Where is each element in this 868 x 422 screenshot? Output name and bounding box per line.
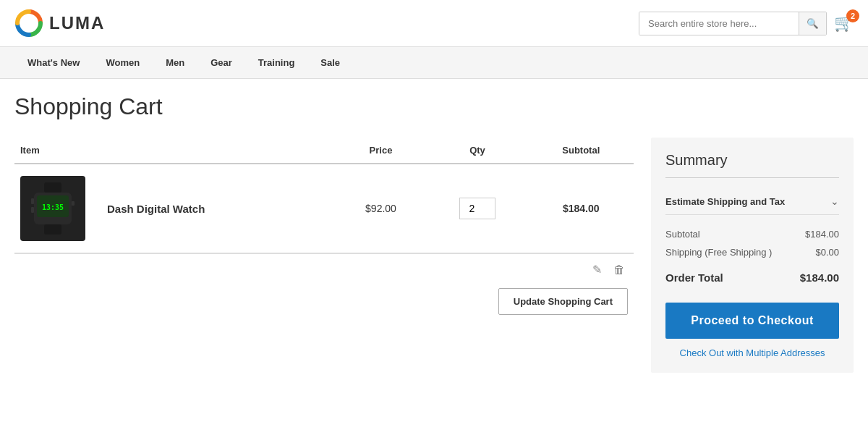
qty-input[interactable]	[459, 198, 495, 219]
svg-text:13:35: 13:35	[42, 203, 64, 211]
search-input[interactable]	[639, 12, 799, 35]
cart-main: Item Price Qty Subtotal	[14, 138, 634, 373]
chevron-down-icon: ⌄	[830, 195, 839, 207]
nav-item-gear[interactable]: Gear	[197, 47, 245, 78]
multi-address-link[interactable]: Check Out with Multiple Addresses	[665, 347, 839, 358]
product-image-cell: 13:35	[14, 164, 101, 253]
product-name: Dash Digital Watch	[107, 203, 205, 215]
shipping-label: Shipping (Free Shipping )	[665, 247, 772, 258]
update-cart-button[interactable]: Update Shopping Cart	[498, 288, 628, 315]
cart-badge: 2	[846, 9, 859, 22]
svg-rect-6	[31, 198, 34, 204]
page-title: Shopping Cart	[14, 93, 854, 120]
nav-item-men[interactable]: Men	[153, 47, 197, 78]
cart-table: Item Price Qty Subtotal	[14, 138, 634, 253]
shipping-estimate-label: Estimate Shipping and Tax	[665, 196, 785, 207]
product-subtotal: $184.00	[563, 203, 600, 214]
cart-layout: Item Price Qty Subtotal	[14, 138, 854, 373]
search-icon: 🔍	[807, 18, 819, 29]
product-image: 13:35	[20, 176, 85, 241]
col-header-item: Item	[14, 138, 336, 164]
summary-shipping-row: Shipping (Free Shipping ) $0.00	[665, 243, 839, 261]
logo-text: LUMA	[49, 13, 105, 33]
nav-item-whats-new[interactable]: What's New	[14, 47, 93, 78]
summary-panel: Summary Estimate Shipping and Tax ⌄ Subt…	[651, 138, 854, 373]
main-nav: What's New Women Men Gear Training Sale	[0, 47, 868, 79]
shipping-estimate-toggle[interactable]: Estimate Shipping and Tax ⌄	[665, 188, 839, 215]
col-header-price: Price	[336, 138, 427, 164]
luma-logo-icon	[14, 9, 43, 38]
cart-icon-wrap[interactable]: 🛒 2	[834, 14, 854, 33]
table-row: 13:35 Dash Digital Watch	[14, 164, 634, 253]
col-header-subtotal: Subtotal	[529, 138, 634, 164]
subtotal-label: Subtotal	[665, 229, 700, 240]
shipping-value: $0.00	[815, 247, 839, 258]
trash-icon: 🗑	[613, 263, 625, 276]
summary-title: Summary	[665, 152, 839, 169]
table-actions-row: ✎ 🗑	[14, 253, 634, 279]
page-content: Shopping Cart Item Price Qty Subtotal	[0, 79, 868, 402]
nav-item-sale[interactable]: Sale	[307, 47, 353, 78]
svg-rect-8	[72, 201, 75, 206]
product-subtotal-cell: $184.00	[529, 164, 634, 253]
svg-rect-2	[44, 224, 61, 235]
svg-rect-7	[31, 207, 34, 213]
search-button[interactable]: 🔍	[799, 12, 826, 35]
watch-svg: 13:35	[24, 180, 82, 237]
summary-subtotal-row: Subtotal $184.00	[665, 225, 839, 243]
cart-summary: Summary Estimate Shipping and Tax ⌄ Subt…	[651, 138, 854, 373]
svg-rect-1	[44, 182, 61, 193]
summary-total-row: Order Total $184.00	[665, 264, 839, 291]
order-total-label: Order Total	[665, 271, 723, 284]
subtotal-value: $184.00	[805, 229, 839, 240]
cart-bottom-actions: Update Shopping Cart	[14, 279, 634, 324]
search-box: 🔍	[639, 12, 827, 35]
delete-item-button[interactable]: 🗑	[610, 260, 628, 279]
nav-item-training[interactable]: Training	[245, 47, 308, 78]
product-price: $92.00	[365, 203, 396, 214]
edit-icon: ✎	[592, 263, 602, 276]
nav-item-women[interactable]: Women	[93, 47, 153, 78]
header: LUMA 🔍 🛒 2	[0, 0, 868, 47]
product-price-cell: $92.00	[336, 164, 427, 253]
summary-divider	[665, 177, 839, 178]
col-header-qty: Qty	[426, 138, 528, 164]
proceed-to-checkout-button[interactable]: Proceed to Checkout	[665, 303, 839, 339]
product-name-cell: Dash Digital Watch	[101, 164, 336, 253]
logo-area: LUMA	[14, 9, 105, 38]
product-qty-cell	[426, 164, 528, 253]
header-right: 🔍 🛒 2	[639, 12, 854, 35]
edit-item-button[interactable]: ✎	[590, 260, 605, 279]
order-total-value: $184.00	[800, 271, 839, 284]
